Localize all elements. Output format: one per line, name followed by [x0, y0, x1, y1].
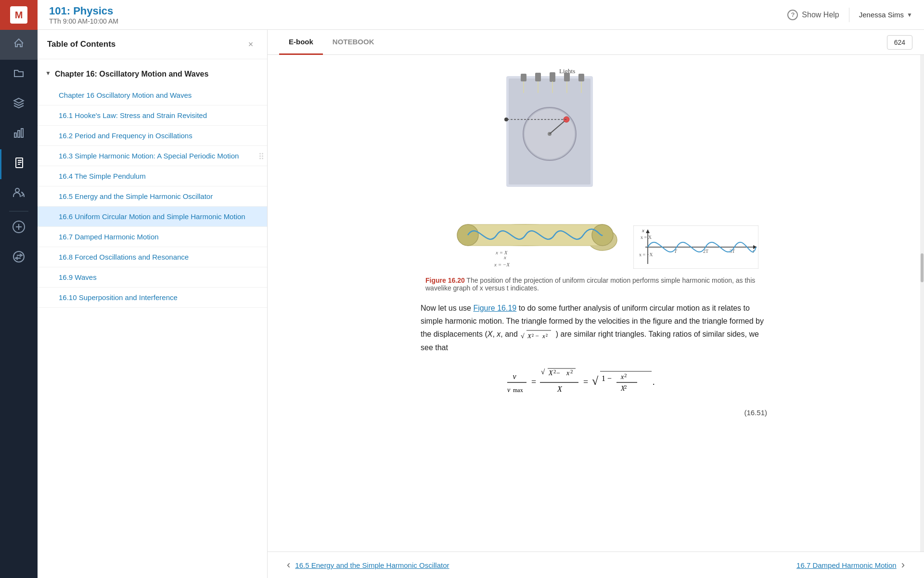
svg-text:x = X: x = X	[641, 235, 652, 240]
svg-text:=: =	[583, 377, 588, 387]
nav-item-users[interactable]	[0, 179, 38, 209]
ebook-bottom-nav: ‹ 16.5 Energy and the Simple Harmonic Os…	[268, 552, 924, 578]
toc-item-16-1[interactable]: 16.1 Hooke's Law: Stress and Strain Revi…	[38, 105, 267, 126]
prev-section-link[interactable]: 16.5 Energy and the Simple Harmonic Osci…	[295, 561, 449, 569]
toc-item-label: Chapter 16 Oscillatory Motion and Waves	[59, 90, 257, 100]
nav-logo[interactable]: M	[0, 0, 38, 30]
toc-item-16-8[interactable]: 16.8 Forced Oscillations and Resonance	[38, 247, 267, 267]
toc-item-label: 16.10 Superposition and Interference	[59, 292, 257, 302]
nav-item-notebook[interactable]	[0, 149, 38, 179]
svg-text:x = −X: x = −X	[494, 262, 510, 267]
svg-text:x: x	[566, 369, 570, 377]
home-icon	[13, 38, 25, 52]
nav-item-chart[interactable]	[0, 119, 38, 149]
nav-item-add[interactable]	[0, 213, 38, 243]
toc-close-button[interactable]: ×	[244, 38, 257, 51]
figure-caption: Figure 16.20 The position of the project…	[425, 276, 762, 292]
scrollbar-track[interactable]	[920, 55, 924, 552]
figure-number: Figure 16.20	[425, 276, 465, 284]
nav-divider	[9, 211, 28, 211]
next-section-link[interactable]: 16.7 Damped Harmonic Motion	[796, 561, 897, 569]
svg-point-7	[15, 188, 19, 192]
figure-graph: x x = X x = −X T 2T 3T t	[633, 225, 758, 269]
main-container: 101: Physics TTh 9:00 AM-10:00 AM ? Show…	[38, 0, 924, 578]
figure-caption-text: The position of the projection of unifor…	[425, 276, 755, 292]
svg-rect-24	[578, 74, 584, 81]
svg-point-31	[504, 118, 508, 121]
svg-rect-1	[18, 131, 20, 137]
logo-icon: M	[10, 6, 27, 24]
toc-item-16-5[interactable]: 16.5 Energy and the Simple Harmonic Osci…	[38, 186, 267, 207]
scrollbar-thumb[interactable]	[921, 253, 924, 282]
toc-item-label: 16.9 Waves	[59, 272, 257, 282]
toc-item-label: 16.1 Hooke's Law: Stress and Strain Revi…	[59, 110, 257, 120]
svg-text:√: √	[541, 368, 545, 376]
svg-text:2: 2	[570, 368, 573, 374]
header-divider	[849, 8, 849, 22]
header-title-block: 101: Physics TTh 9:00 AM-10:00 AM	[49, 5, 118, 25]
toc-item-16-9[interactable]: 16.9 Waves	[38, 267, 267, 288]
svg-text:max: max	[513, 387, 523, 394]
svg-text:√: √	[592, 375, 599, 387]
toc-item-16-7[interactable]: 16.7 Damped Harmonic Motion	[38, 227, 267, 247]
toc-item-16-4[interactable]: 16.4 The Simple Pendulum	[38, 166, 267, 186]
toc-item-label: 16.7 Damped Harmonic Motion	[59, 232, 257, 242]
nav-item-layers[interactable]	[0, 90, 38, 119]
user-menu[interactable]: Jenessa Sims ▼	[859, 11, 912, 19]
figure-16-19-link[interactable]: Figure 16.19	[473, 304, 516, 312]
nav-item-folder[interactable]	[0, 60, 38, 90]
toc-item-16-3[interactable]: 16.3 Simple Harmonic Motion: A Special P…	[38, 146, 267, 166]
toc-item-16-10[interactable]: 16.10 Superposition and Interference	[38, 288, 267, 308]
tab-ebook[interactable]: E-book	[279, 30, 323, 55]
next-arrow-button[interactable]: ›	[897, 559, 910, 571]
tab-notebook[interactable]: NOTEBOOK	[323, 30, 384, 55]
chart-icon	[13, 127, 25, 142]
svg-text:v: v	[513, 372, 516, 381]
svg-text:x: x	[620, 373, 624, 381]
svg-rect-2	[21, 129, 23, 137]
show-help-button[interactable]: ? Show Help	[787, 10, 839, 20]
add-icon	[12, 220, 26, 236]
course-title: 101: Physics	[49, 5, 118, 17]
svg-text:−: −	[556, 369, 560, 377]
toc-item-16-2[interactable]: 16.2 Period and Frequency in Oscillation…	[38, 126, 267, 146]
ebook-tabs: E-book NOTEBOOK 624	[268, 30, 924, 55]
svg-text:√: √	[521, 332, 525, 340]
equation-svg: v v max = √ X 2 −	[498, 366, 690, 399]
toc-chapter-header[interactable]: ▼ Chapter 16: Oscillatory Motion and Wav…	[38, 63, 267, 85]
svg-text:.: .	[653, 377, 655, 387]
figure-16-20: Lights	[296, 66, 891, 292]
toc-item-label: 16.2 Period and Frequency in Oscillation…	[59, 131, 257, 141]
help-icon: ?	[787, 10, 798, 20]
ebook-body-text: Now let us use Figure 16.19 to do some f…	[421, 302, 767, 354]
svg-text:X: X	[548, 369, 553, 377]
svg-point-11	[13, 251, 24, 262]
svg-rect-0	[14, 133, 16, 137]
toc-item-label: 16.6 Uniform Circular Motion and Simple …	[59, 211, 257, 222]
prev-arrow-button[interactable]: ‹	[282, 559, 295, 571]
content-area: Table of Contents × ▼ Chapter 16: Oscill…	[38, 30, 924, 578]
ebook-panel: E-book NOTEBOOK 624	[268, 30, 924, 578]
nav-bar: M	[0, 0, 38, 578]
svg-text:=: =	[531, 377, 536, 387]
svg-text:2: 2	[553, 368, 556, 374]
figure-illustration: Lights	[429, 66, 631, 269]
user-name: Jenessa Sims	[859, 11, 904, 19]
toc-title: Table of Contents	[47, 39, 116, 49]
svg-text:X: X	[557, 385, 563, 393]
nav-item-swap[interactable]	[0, 243, 38, 273]
svg-text:²: ²	[546, 332, 548, 340]
toc-item-label: 16.4 The Simple Pendulum	[59, 171, 257, 181]
toc-panel: Table of Contents × ▼ Chapter 16: Oscill…	[38, 30, 268, 578]
header-right: ? Show Help Jenessa Sims ▼	[787, 8, 912, 22]
page-number-badge[interactable]: 624	[887, 35, 912, 50]
svg-text:1 −: 1 −	[602, 374, 612, 382]
svg-rect-20	[521, 74, 526, 81]
toc-item-16-6[interactable]: 16.6 Uniform Circular Motion and Simple …	[38, 207, 267, 227]
nav-item-home[interactable]	[0, 30, 38, 60]
toc-item-ch16-intro[interactable]: Chapter 16 Oscillatory Motion and Waves	[38, 85, 267, 105]
svg-text:x = X: x = X	[495, 250, 508, 255]
drag-handle	[259, 153, 263, 159]
equation-number: (16.51)	[421, 408, 767, 417]
swap-icon	[13, 250, 25, 266]
